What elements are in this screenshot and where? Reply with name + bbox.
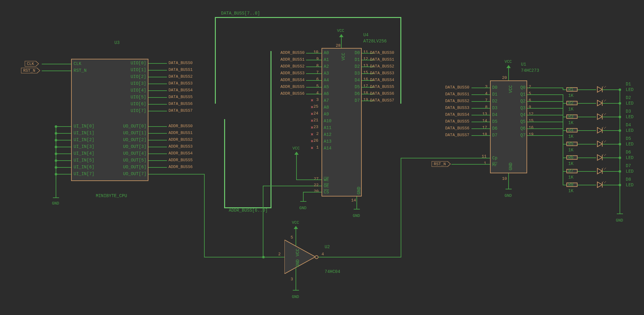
res-val-5: 1K: [568, 161, 574, 166]
u4-rnet-3: DATA_BUSS3: [370, 71, 394, 76]
u3-uio-net-5: DATA_BUSS5: [168, 95, 193, 99]
u4-vcc-arr: [339, 34, 343, 37]
svg-line-15: [603, 113, 605, 114]
u3-uo-6: UO_OUT[6]: [123, 165, 146, 170]
u4-rnet-0: DATA_BUSS0: [370, 50, 394, 55]
led-gnd-lbl: GND: [616, 218, 623, 223]
u4-l-4: A4: [324, 78, 329, 83]
bus-addr-label: ADDR_BUSS[6..0]: [229, 208, 268, 213]
rstn-netlabel[interactable]: RST_N: [21, 68, 37, 73]
r-w2-2: [578, 117, 596, 117]
u4-ln-11: 23: [313, 125, 318, 129]
u4-ln-0: 10: [313, 50, 318, 54]
u3-uio-net-3: DATA_BUSS3: [168, 81, 193, 86]
res-ref-7: R8: [568, 182, 574, 187]
u1-ln-1: 4: [485, 91, 488, 96]
u4-l-0: A0: [324, 50, 329, 55]
u4-r-4: D4: [355, 78, 360, 83]
u3-uo-net-5: ADDR_BUSS5: [168, 158, 193, 162]
we-vcc-lbl: VCC: [292, 146, 300, 151]
u2-body[interactable]: [284, 240, 318, 274]
res-ref-1: R2: [568, 101, 574, 106]
led-ref-2: D3: [626, 109, 631, 114]
u3-uio-net-1: DATA_BUSS1: [168, 67, 193, 72]
led-val-2: LED: [626, 114, 633, 119]
u4-r-7: D7: [355, 98, 360, 103]
r-w2-6: [578, 171, 596, 172]
u4-l-13: A13: [324, 139, 331, 144]
u4-rn-4: 16: [363, 77, 368, 82]
u1-gnd-w: [508, 173, 509, 189]
u1-value: 74HC273: [521, 68, 539, 73]
u4-r-0: D0: [355, 50, 360, 55]
res-ref-0: R1: [568, 87, 574, 92]
u1-r-6: Q6: [520, 126, 526, 131]
u3-uio-w-5: [148, 97, 167, 98]
bus-addr-v2: [271, 51, 271, 208]
u4-ln-6: 4: [316, 91, 319, 95]
u3-uo-2: UO_OUT[2]: [123, 137, 146, 142]
u3-uo-7: UO_OUT[7]: [123, 171, 146, 176]
led-val-5: LED: [626, 155, 633, 160]
u3-uio-4: UIO[4]: [129, 88, 146, 93]
u1-vcc-num: 20: [502, 76, 507, 80]
u4-r-3: D3: [355, 71, 360, 76]
u4-lnet-5: ADDR_BUSS5: [277, 84, 305, 89]
schematic-canvas[interactable]: DATA_BUSS[7..0] ADDR_BUSS[6..0] U3 MINIB…: [0, 0, 644, 315]
u4-rnet-4: DATA_BUSS4: [370, 78, 394, 82]
r-w2-4: [578, 144, 596, 145]
res-val-6: 1K: [568, 175, 574, 180]
svg-marker-0: [284, 240, 315, 274]
u1-rw-1: [527, 94, 563, 95]
uo7-h1: [148, 174, 204, 175]
u3-uio-7: UIO[7]: [129, 108, 146, 113]
u4-c-2: CS: [324, 190, 329, 195]
u3-uo-w-3: [148, 147, 167, 147]
u3-uiin-5: UI_IN[5]: [74, 158, 94, 163]
u1-r-3: Q3: [520, 106, 526, 110]
led-w-6: [602, 171, 620, 172]
u3-uio-w-6: [148, 104, 167, 105]
res-ref-3: R4: [568, 128, 574, 133]
u1-cp: Cp: [492, 156, 497, 161]
u4-rn-6: 18: [363, 91, 368, 95]
res-ref-5: R6: [568, 155, 574, 160]
svg-line-45: [603, 181, 605, 182]
u4-ln-10: 21: [313, 118, 318, 123]
res-val-2: 1K: [568, 120, 574, 125]
u3-uo-net-1: ADDR_BUSS1: [168, 131, 193, 135]
u1-rstn-label[interactable]: RST_N: [432, 161, 448, 167]
u4-lw-4: [306, 80, 322, 81]
u4-l-12: A12: [324, 132, 331, 137]
u1-mr-w: [451, 164, 490, 165]
bus-data-v1: [215, 17, 216, 104]
led-ref-1: D2: [626, 95, 631, 100]
u2-int-vcc: VCC: [295, 248, 300, 256]
u3-uio-6: UIO[6]: [129, 101, 146, 106]
u3-uiin-4: UI_IN[4]: [74, 151, 94, 156]
u3-uo-net-2: ADDR_BUSS2: [168, 137, 193, 142]
r-w2-7: [578, 185, 596, 185]
svg-line-39: [603, 168, 605, 168]
u1-lw-3: [471, 108, 490, 109]
u3-uo-net-6: ADDR_BUSS6: [168, 165, 193, 169]
u3-uio-2: UIO[2]: [129, 74, 146, 79]
u2-cp-h: [401, 158, 490, 158]
u3-uo-net-0: ADDR_BUSS0: [168, 124, 193, 128]
r-w2-1: [578, 103, 596, 104]
q-drop-7: [563, 135, 563, 185]
u4-rn-7: 19: [363, 97, 368, 102]
res-val-0: 1K: [568, 93, 574, 98]
u3-uo-w-6: [148, 167, 167, 168]
cs-h: [303, 192, 322, 192]
u3-uio-w-0: [148, 63, 167, 64]
led-ref-3: D4: [626, 123, 631, 127]
u1-gnd-num: 10: [502, 176, 507, 181]
clk-netlabel[interactable]: CLK: [25, 61, 36, 67]
u4-lnet-6: ADDR_BUSS6: [277, 91, 305, 96]
u3-uo-net-3: ADDR_BUSS3: [168, 144, 193, 149]
u4-l-7: A7: [324, 98, 329, 103]
led-val-7: LED: [626, 183, 633, 188]
u3-uiin-w-3: [56, 147, 71, 147]
u4-rnet-6: DATA_BUSS6: [370, 91, 394, 96]
